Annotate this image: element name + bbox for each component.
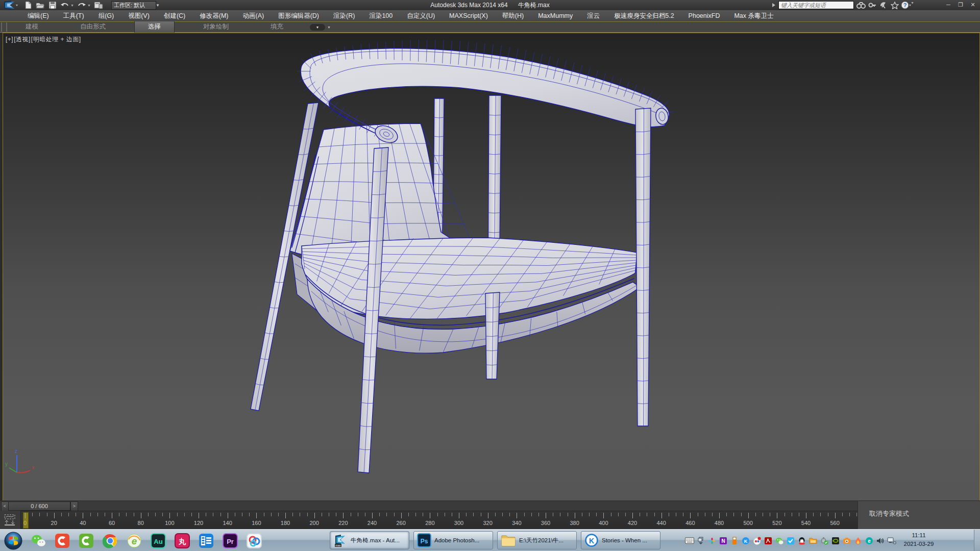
- star-icon[interactable]: [891, 2, 899, 9]
- taskbar-window-button[interactable]: E:\天竹2021\牛...: [497, 531, 577, 549]
- menu-item[interactable]: PhoenixFD: [681, 10, 727, 21]
- workspace-dropdown-arrow[interactable]: ▼: [154, 1, 161, 10]
- open-file-icon[interactable]: [36, 1, 45, 9]
- tray-lang-arrow[interactable]: [696, 536, 705, 545]
- ribbon-grip[interactable]: [1, 22, 7, 32]
- keyboard-icon[interactable]: [685, 537, 694, 544]
- tray-network[interactable]: [887, 536, 896, 545]
- minimize-button[interactable]: ─: [942, 0, 954, 10]
- menu-item[interactable]: 帮助(H): [495, 10, 531, 21]
- previous-frame-button[interactable]: <: [1, 502, 9, 511]
- asterisk-color-icon[interactable]: [708, 537, 716, 545]
- taskbar-app-wechat[interactable]: [30, 532, 47, 549]
- perspective-viewport[interactable]: z x y [+][透视][明暗处理 + 边面]: [3, 33, 980, 501]
- tray-wechat-mini[interactable]: [775, 536, 783, 545]
- tray-usb-orange[interactable]: [730, 536, 739, 545]
- k-blue-icon[interactable]: K: [742, 537, 750, 545]
- tray-tim-check[interactable]: [786, 536, 795, 545]
- satellite-icon[interactable]: [879, 2, 888, 9]
- project-folder-icon[interactable]: [94, 1, 103, 9]
- menu-item[interactable]: 组(G): [91, 10, 121, 21]
- tim-check-icon[interactable]: [787, 537, 795, 545]
- tray-speaker[interactable]: [876, 536, 885, 545]
- undo-icon[interactable]: [60, 2, 69, 9]
- menu-item[interactable]: 渲云: [580, 10, 607, 21]
- new-file-icon[interactable]: [24, 1, 32, 9]
- taskbar-app-chrome[interactable]: [102, 532, 119, 549]
- open-mini-curve-editor-icon[interactable]: [3, 513, 16, 526]
- help-dropdown-arrow[interactable]: ▼: [911, 1, 914, 9]
- taskbar-window-button[interactable]: PsAdobe Photosh...: [413, 531, 493, 549]
- pdf-red-icon[interactable]: [764, 537, 772, 545]
- speaker-icon[interactable]: [876, 537, 885, 544]
- lang-arrow-icon[interactable]: [698, 537, 704, 545]
- taskbar-window-button[interactable]: KStories - When ...: [581, 531, 660, 549]
- start-button[interactable]: [3, 531, 23, 551]
- time-slider-handle[interactable]: 0 / 600: [8, 502, 70, 511]
- menu-item[interactable]: MaxMummy: [531, 10, 580, 21]
- taskbar-app-premiere[interactable]: Pr: [222, 532, 239, 549]
- tray-k-blue[interactable]: K: [741, 536, 750, 545]
- menu-item[interactable]: MAXScript(X): [442, 10, 495, 21]
- ribbon-options-arrow-icon[interactable]: ▼: [327, 26, 331, 29]
- ribbon-minimize-button[interactable]: ▼: [310, 24, 325, 31]
- dots-app-icon[interactable]: [753, 537, 761, 545]
- ribbon-tab-对象绘制[interactable]: 对象绘制: [190, 21, 242, 33]
- restore-button[interactable]: ❐: [954, 0, 967, 10]
- flame-icon[interactable]: [854, 537, 862, 545]
- next-frame-button[interactable]: >: [70, 502, 78, 511]
- menu-item[interactable]: Max 杀毒卫士: [727, 10, 780, 21]
- track-bar-ruler[interactable]: 0204060801001201401601802002202402602803…: [20, 511, 901, 529]
- tray-qq[interactable]: [797, 536, 806, 545]
- nvidia-icon[interactable]: [831, 537, 840, 545]
- menu-item[interactable]: 图形编辑器(D): [271, 10, 326, 21]
- workspace-dropdown[interactable]: 工作区: 默认: [111, 1, 156, 10]
- cancel-expert-mode-button[interactable]: 取消专家模式: [869, 509, 909, 518]
- search-input[interactable]: [778, 1, 854, 9]
- tray-pdf-red[interactable]: [764, 536, 772, 545]
- redo-icon[interactable]: [77, 2, 86, 9]
- tray-eset[interactable]: e: [865, 536, 873, 545]
- viewport-menu-shading[interactable]: [明暗处理 + 边面]: [31, 36, 81, 43]
- taskbar-window-button[interactable]: max牛角椅.max - Aut...: [330, 531, 409, 549]
- tray-asterisk-color[interactable]: [707, 536, 716, 545]
- tray-camera-orange[interactable]: [842, 536, 851, 545]
- menu-item[interactable]: 极速瘦身安全归档5.2: [607, 10, 681, 21]
- menu-item[interactable]: 动画(A): [235, 10, 271, 21]
- tray-keyboard[interactable]: [685, 536, 694, 545]
- taskbar-app-wan[interactable]: 丸: [174, 532, 191, 549]
- close-button[interactable]: ✕: [967, 0, 979, 10]
- camera-orange-icon[interactable]: [843, 537, 851, 545]
- taskbar-app-audition[interactable]: Au: [150, 532, 167, 549]
- menu-item[interactable]: 渲染(R): [326, 10, 362, 21]
- taskbar-app-sogou-browser[interactable]: e: [126, 532, 143, 549]
- chair-wireframe-model[interactable]: z x y: [3, 33, 979, 500]
- note-clip-icon[interactable]: N: [719, 537, 727, 545]
- viewport-menu-pov[interactable]: [透视]: [14, 36, 31, 43]
- menu-item[interactable]: 编辑(E): [20, 10, 56, 21]
- tray-folder-orange[interactable]: [808, 536, 817, 545]
- network-icon[interactable]: [887, 537, 896, 544]
- binoculars-icon[interactable]: [856, 2, 866, 9]
- ribbon-tab-选择[interactable]: 选择: [134, 21, 175, 33]
- menu-item[interactable]: 渲染100: [362, 10, 400, 21]
- undo-icon-dropdown[interactable]: ▼: [70, 4, 74, 7]
- menu-item[interactable]: 修改器(M): [192, 10, 235, 21]
- qq-icon[interactable]: [798, 537, 806, 545]
- max-logo-icon[interactable]: [1, 0, 20, 10]
- taskbar-app-camtasia-red[interactable]: [54, 532, 71, 549]
- ribbon-tab-建模[interactable]: 建模: [12, 21, 52, 33]
- menu-item[interactable]: 创建(C): [157, 10, 192, 21]
- usb-eject-icon[interactable]: [820, 537, 828, 545]
- tray-nvidia[interactable]: [831, 536, 840, 545]
- usb-orange-icon[interactable]: [730, 537, 739, 545]
- menu-item[interactable]: 工具(T): [56, 10, 91, 21]
- menu-item[interactable]: 视图(V): [121, 10, 157, 21]
- tray-note-clip[interactable]: N: [719, 536, 727, 545]
- show-desktop-button[interactable]: [974, 530, 980, 551]
- eset-icon[interactable]: e: [865, 537, 873, 545]
- key-icon[interactable]: [868, 2, 876, 9]
- ribbon-tab-填充[interactable]: 填充: [257, 21, 297, 33]
- redo-icon-dropdown[interactable]: ▼: [87, 4, 91, 7]
- taskbar-app-camtasia-green[interactable]: [78, 532, 95, 549]
